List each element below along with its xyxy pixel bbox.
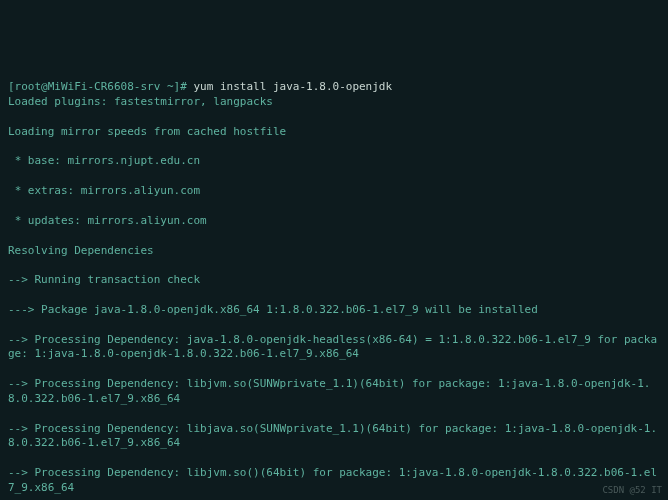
output-line: * updates: mirrors.aliyun.com — [8, 214, 660, 229]
output-line: --> Processing Dependency: java-1.8.0-op… — [8, 333, 660, 363]
output-line: ---> Package java-1.8.0-openjdk.x86_64 1… — [8, 303, 660, 318]
output-line: --> Running transaction check — [8, 273, 660, 288]
output-line: Resolving Dependencies — [8, 244, 660, 259]
watermark: CSDN @52 IT — [602, 484, 662, 496]
output-line: --> Processing Dependency: libjvm.so(SUN… — [8, 377, 660, 407]
output-line: * extras: mirrors.aliyun.com — [8, 184, 660, 199]
output-line: --> Processing Dependency: libjava.so(SU… — [8, 422, 660, 452]
shell-prompt: [root@MiWiFi-CR6608-srv ~]# — [8, 80, 193, 93]
terminal-output: [root@MiWiFi-CR6608-srv ~]# yum install … — [8, 65, 660, 500]
output-line: Loading mirror speeds from cached hostfi… — [8, 125, 660, 140]
output-line: --> Processing Dependency: libjvm.so()(6… — [8, 466, 660, 496]
output-line: * base: mirrors.njupt.edu.cn — [8, 154, 660, 169]
output-line: Loaded plugins: fastestmirror, langpacks — [8, 95, 660, 110]
shell-command[interactable]: yum install java-1.8.0-openjdk — [193, 80, 392, 93]
